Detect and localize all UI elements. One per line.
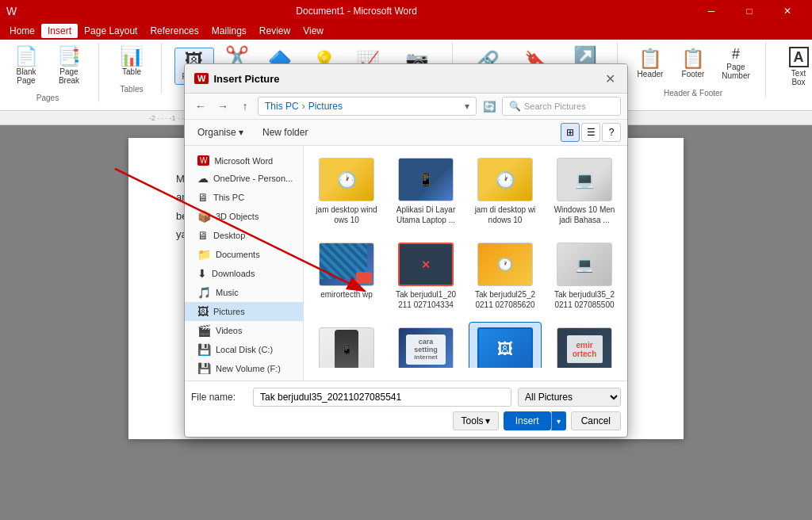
organize-label: Organise ▾ [197,127,243,138]
insert-button-group: Insert ▾ [504,411,566,430]
menu-insert[interactable]: Insert [41,24,78,38]
file-name: Tak berjudul25_20211 027085620 [474,289,536,310]
menu-home[interactable]: Home [3,24,41,38]
filetype-select[interactable]: All Pictures PNG JPEG [518,388,621,407]
filename-row: File name: All Pictures PNG JPEG [191,388,621,407]
file-item-selected[interactable]: 🖼 Tak berjudul35_2021 1027085541 [469,322,542,368]
insert-button[interactable]: Insert [504,411,551,430]
file-item[interactable]: 💻 Tak berjudul35_20211 027085500 [548,237,621,315]
pc-icon: 🖥 [197,191,209,204]
file-thumbnail: ✕ [398,243,454,286]
file-name: Tak berjudul1_20211 027104334 [395,289,457,310]
dialog-bottom: File name: All Pictures PNG JPEG Tools ▾ [185,380,627,437]
documents-icon: 📁 [197,248,211,261]
sidebar-music-label: Music [216,288,239,297]
sidebar-localdisk-label: Local Disk (C:) [216,345,273,354]
tools-label: Tools [462,415,484,426]
dialog-body: W Microsoft Word ☁ OneDrive - Person... … [185,146,627,380]
filename-input[interactable] [253,388,511,407]
insert-dropdown-button[interactable]: ▾ [551,411,566,430]
cancel-button[interactable]: Cancel [571,411,621,430]
file-item[interactable]: 💻 Windows 10 Menjadi Bahasa ... [548,152,621,231]
sidebar-item-3dobjects[interactable]: 📦 3D Objects [185,207,303,226]
file-name: Aplikasi Di Layar Utama Laptop ... [395,205,457,225]
sidebar-item-localdisk[interactable]: 💾 Local Disk (C:) [185,340,303,359]
file-thumbnail: 🕐 [319,158,374,201]
sidebar-item-music[interactable]: 🎵 Music [185,283,303,302]
sidebar-onedrive-label: OneDrive - Person... [213,174,293,183]
sidebar-item-desktop[interactable]: 🖥 Desktop [185,226,303,245]
sidebar-item-downloads[interactable]: ⬇ Downloads [185,264,303,283]
view-details-button[interactable]: ☰ [581,125,600,142]
organize-button[interactable]: Organise ▾ [191,125,250,140]
file-thumbnail: 📱 [319,327,374,368]
sidebar-item-videos[interactable]: 🎬 Videos [185,321,303,340]
tools-dropdown-icon: ▾ [485,415,490,426]
sidebar-item-onedrive[interactable]: ☁ OneDrive - Person... [185,169,303,188]
view-grid-button[interactable]: ⊞ [561,125,580,142]
sidebar-thispc-label: This PC [213,193,244,202]
3dobjects-icon: 📦 [197,210,211,223]
file-thumbnail: cara setting internet [398,327,454,368]
file-item[interactable]: cara setting internet Tak berjudul35_202… [389,322,462,368]
sidebar-item-thispc[interactable]: 🖥 This PC [185,188,303,207]
file-name: emirortecth wp [320,289,373,300]
sidebar-item-word[interactable]: W Microsoft Word [185,152,303,169]
cancel-label: Cancel [581,415,611,426]
sidebar-pictures-label: Pictures [213,307,245,316]
button-row: Tools ▾ Insert ▾ Cancel [191,411,621,430]
file-item[interactable]: ✕ Tak berjudul1_20211 027104334 [389,237,462,315]
title-bar-controls: ─ □ ✕ [693,0,806,22]
menu-view[interactable]: View [297,24,330,38]
sidebar-item-pictures[interactable]: 🖼 Pictures [185,302,303,321]
file-item[interactable]: 📱 Tak berjudul35_20211 027085514 [310,322,383,368]
menu-page-layout[interactable]: Page Layout [78,24,144,38]
sidebar-scroll: W Microsoft Word ☁ OneDrive - Person... … [185,152,303,374]
desktop-icon: 🖥 [197,229,209,242]
sidebar-downloads-label: Downloads [212,269,255,278]
new-folder-label: New folder [262,127,308,138]
file-item[interactable]: 🕐 Tak berjudul25_20211 027085620 [469,237,542,315]
title-bar: W Document1 - Microsoft Word ─ □ ✕ [0,0,812,22]
onedrive-icon: ☁ [197,172,209,185]
file-item[interactable]: emirortecth wp [310,237,383,315]
sidebar-item-documents[interactable]: 📁 Documents [185,245,303,264]
file-name: jam di desktop windows 10 [474,205,536,225]
file-sidebar: W Microsoft Word ☁ OneDrive - Person... … [185,146,304,380]
file-thumbnail: 📱 [398,158,454,201]
file-thumbnail [319,243,374,286]
file-item[interactable]: 📱 Aplikasi Di Layar Utama Laptop ... [389,152,462,231]
file-item[interactable]: emirortech trasnparant emirortech [548,322,621,368]
dialog-overlay: W Insert Picture ✕ ← → ↑ This PC › Pictu… [0,125,812,520]
file-name: Tak berjudul35_20211 027085500 [553,289,615,310]
maximize-button[interactable]: □ [731,0,768,22]
file-thumbnail: 💻 [557,158,612,201]
document-container: Menj anda berdo yang W Insert Picture ✕ [0,125,812,520]
sidebar-item-newvolume[interactable]: 💾 New Volume (F:) [185,359,303,374]
view-toggle: ⊞ ☰ ? [561,125,621,142]
insert-picture-dialog: W Insert Picture ✕ ← → ↑ This PC › Pictu… [184,125,628,438]
tools-button[interactable]: Tools ▾ [453,411,499,430]
file-grid: 🕐 jam desktop windows 10 📱 Aplikasi Di L… [304,146,627,368]
file-thumbnail-selected: 🖼 [477,327,533,368]
menu-review[interactable]: Review [253,24,297,38]
minimize-button[interactable]: ─ [693,0,730,22]
sidebar-3dobjects-label: 3D Objects [216,212,259,221]
app-container: W Document1 - Microsoft Word ─ □ ✕ Home … [0,0,812,520]
close-button[interactable]: ✕ [769,0,806,22]
music-icon: 🎵 [197,286,211,299]
file-item[interactable]: 🕐 jam di desktop windows 10 [469,152,542,231]
help-button[interactable]: ? [602,125,621,142]
menu-mailings[interactable]: Mailings [205,24,253,38]
sidebar-documents-label: Documents [216,250,260,259]
pictures-icon: 🖼 [197,305,209,318]
file-thumbnail: emirortech [557,327,612,368]
sidebar-word-label: Microsoft Word [214,156,273,166]
file-item[interactable]: 🕐 jam desktop windows 10 [310,152,383,231]
file-thumbnail: 💻 [557,243,612,286]
new-folder-button[interactable]: New folder [256,125,314,140]
file-thumbnail: 🕐 [477,243,533,286]
insert-label: Insert [515,415,539,426]
videos-icon: 🎬 [197,324,211,337]
menu-references[interactable]: References [144,24,205,38]
